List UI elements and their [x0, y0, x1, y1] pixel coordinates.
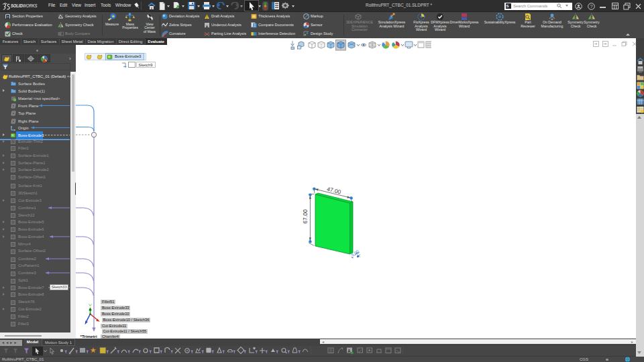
svg-text:A: A: [347, 349, 351, 353]
svg-text:?: ?: [590, 3, 592, 9]
